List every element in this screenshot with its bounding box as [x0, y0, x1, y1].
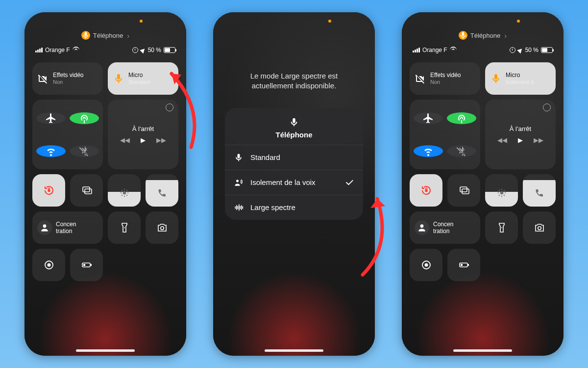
camera-tile[interactable]	[523, 211, 556, 244]
svg-line-8	[122, 190, 122, 191]
airplane-toggle[interactable]	[414, 112, 443, 124]
low-power-tile[interactable]	[447, 249, 480, 281]
bluetooth-toggle[interactable]	[70, 145, 99, 157]
mic-mode-tile[interactable]: Micro Standard	[108, 62, 178, 95]
rotation-lock-tile[interactable]	[32, 174, 65, 207]
mic-icon	[234, 153, 244, 162]
record-icon	[420, 259, 432, 271]
antenna-icon	[78, 112, 90, 124]
focus-tile[interactable]: Concen tration	[32, 211, 103, 244]
flashlight-tile[interactable]	[108, 211, 141, 244]
video-effects-sub: Non	[430, 79, 461, 85]
battery-percent: 50 %	[148, 47, 161, 53]
svg-point-13	[124, 227, 125, 228]
media-state-label: À l'arrêt	[132, 125, 154, 132]
brightness-slider[interactable]	[485, 174, 518, 207]
screen-record-tile[interactable]	[410, 249, 442, 281]
mic-option-voice-isolation[interactable]: Isolement de la voix	[225, 170, 363, 195]
focus-avatar-icon	[37, 220, 52, 235]
location-icon	[517, 47, 523, 53]
svg-point-42	[538, 227, 540, 230]
mic-in-use-icon	[81, 31, 90, 40]
mic-option-standard[interactable]: Standard	[225, 145, 363, 170]
svg-point-40	[420, 224, 424, 228]
video-off-icon	[37, 73, 49, 84]
mic-option-label: Large spectre	[250, 203, 295, 211]
play-button[interactable]: ▶	[518, 136, 523, 144]
home-indicator[interactable]	[76, 349, 135, 352]
media-tile[interactable]: À l'arrêt ◀◀ ▶ ▶▶	[108, 100, 178, 169]
cellular-toggle[interactable]	[447, 112, 476, 124]
mic-mode-title: Micro	[128, 72, 143, 79]
status-bar: Orange F 50 %	[402, 47, 564, 53]
play-button[interactable]: ▶	[141, 136, 146, 144]
bluetooth-toggle[interactable]	[447, 145, 476, 157]
screen-record-tile[interactable]	[32, 249, 65, 281]
airplay-icon[interactable]	[543, 104, 551, 111]
prev-track-button[interactable]: ◀◀	[120, 136, 130, 144]
antenna-icon	[456, 112, 467, 124]
breadcrumb[interactable]: Téléphone	[402, 31, 564, 40]
wifi-icon	[73, 47, 79, 53]
mic-icon	[113, 73, 124, 84]
volume-slider[interactable]	[523, 174, 556, 207]
svg-rect-0	[48, 189, 50, 192]
battery-icon	[164, 47, 175, 53]
location-icon	[140, 47, 146, 53]
home-indicator[interactable]	[265, 349, 323, 352]
brightness-slider[interactable]	[108, 174, 141, 207]
screen-mirroring-tile[interactable]	[447, 174, 480, 207]
volume-slider[interactable]	[146, 174, 178, 207]
status-bar: Orange F 50 %	[24, 47, 186, 53]
mic-mode-tile[interactable]: Micro Isolement d…	[485, 62, 556, 95]
wifi-toggle[interactable]	[414, 145, 443, 157]
cellular-toggle[interactable]	[70, 112, 99, 124]
breadcrumb[interactable]: Téléphone	[24, 31, 186, 40]
svg-line-39	[504, 190, 505, 191]
svg-point-41	[501, 227, 502, 228]
next-track-button[interactable]: ▶▶	[156, 136, 166, 144]
video-effects-title: Effets vidéo	[53, 72, 83, 79]
camera-tile[interactable]	[146, 211, 178, 244]
wifi-toggle[interactable]	[36, 145, 66, 157]
alarm-icon	[132, 47, 138, 53]
connectivity-cluster[interactable]	[410, 100, 480, 169]
cell-signal-icon	[35, 48, 43, 53]
home-indicator[interactable]	[453, 349, 512, 352]
svg-line-9	[126, 195, 127, 196]
connectivity-cluster[interactable]	[32, 100, 103, 169]
low-power-tile[interactable]	[70, 249, 103, 281]
screenshot-2-mic-mode-sheet: Le mode Large spectre est actuellement i…	[213, 12, 375, 356]
focus-tile[interactable]: Concen tration	[410, 211, 480, 244]
video-effects-sub: Non	[53, 79, 83, 85]
airplane-toggle[interactable]	[36, 112, 66, 124]
media-tile[interactable]: À l'arrêt ◀◀ ▶ ▶▶	[485, 100, 556, 169]
svg-point-3	[122, 191, 126, 195]
next-track-button[interactable]: ▶▶	[534, 136, 543, 144]
carrier-label: Orange F	[45, 47, 70, 53]
svg-point-31	[500, 191, 503, 195]
video-effects-tile[interactable]: Effets vidéo Non	[410, 62, 480, 95]
rotation-lock-icon	[43, 184, 55, 196]
flashlight-icon	[119, 222, 130, 234]
focus-label-b: tration	[56, 228, 72, 235]
screenshot-1-control-center: Téléphone Orange F 50 % Effets vidéo Non	[24, 12, 186, 356]
battery-low-icon	[81, 259, 93, 271]
airplay-icon[interactable]	[166, 104, 173, 111]
focus-label-b: tration	[433, 228, 449, 235]
screen-mirroring-tile[interactable]	[70, 174, 103, 207]
flashlight-tile[interactable]	[485, 211, 518, 244]
airplane-icon	[45, 112, 57, 124]
video-effects-tile[interactable]: Effets vidéo Non	[32, 62, 103, 95]
rotation-lock-tile[interactable]	[410, 174, 442, 207]
mic-option-label: Isolement de la voix	[250, 178, 316, 186]
mic-option-label: Standard	[250, 153, 280, 161]
svg-point-44	[424, 263, 428, 267]
mic-option-wide-spectrum[interactable]: Large spectre	[225, 195, 363, 220]
bluetooth-off-icon	[456, 145, 467, 157]
mic-in-use-icon	[459, 31, 467, 40]
prev-track-button[interactable]: ◀◀	[497, 136, 507, 144]
record-icon	[43, 259, 55, 271]
svg-rect-46	[468, 264, 469, 266]
mic-icon	[490, 73, 502, 84]
